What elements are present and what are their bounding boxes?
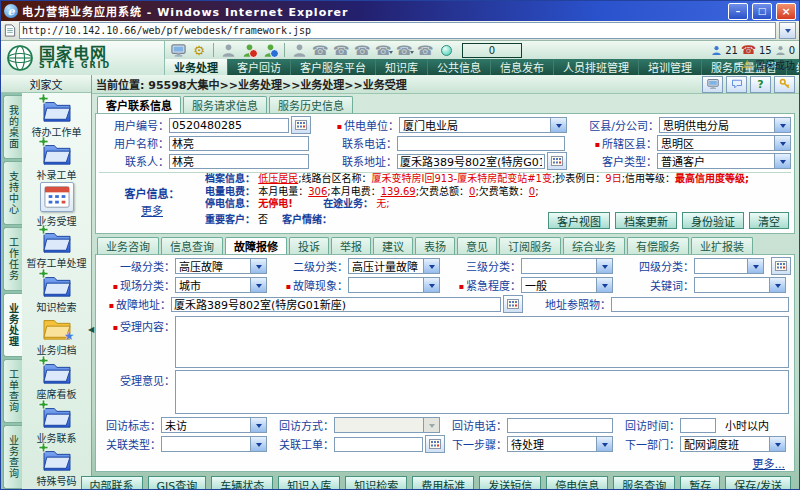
menu-tab-staff-scheduling[interactable]: 人员排班管理 (554, 59, 639, 75)
lookup-button[interactable] (547, 152, 567, 170)
clear-button[interactable]: 清空 (749, 212, 789, 229)
sidebar-tab-my-desktop[interactable]: 我的桌面 (3, 95, 22, 159)
call-conference-icon[interactable]: ☎ (353, 42, 371, 58)
scene-select[interactable]: 城市 (175, 277, 267, 293)
menu-tab-customer-service-platform[interactable]: 客户服务平台 (291, 59, 376, 75)
menu-tab-training[interactable]: 培训管理 (639, 59, 702, 75)
save-draft-button[interactable]: 暂存 (680, 476, 720, 490)
user-no-input[interactable] (169, 118, 289, 133)
landmark-input[interactable] (611, 297, 789, 312)
tab-paid-service[interactable]: 有偿服务 (627, 237, 689, 254)
county-select[interactable]: 思明区 (657, 135, 791, 151)
sidebar-tab-work-tasks[interactable]: 工作任务 (3, 227, 22, 291)
supply-unit-select[interactable]: 厦门电业局 (399, 117, 567, 133)
lookup-button[interactable] (771, 257, 791, 275)
sidebar-item-business-contact[interactable]: 业务联系 (22, 402, 91, 446)
sidebar-item-pending-workorders[interactable]: 待办工作单 (22, 96, 91, 140)
agent-busy-icon[interactable] (240, 42, 258, 58)
knowledge-add-button[interactable]: 知识入库 (278, 476, 340, 490)
hangup-icon[interactable]: ☎ (416, 42, 434, 58)
rel-type-select[interactable] (161, 436, 267, 452)
sidebar-item-business-archive[interactable]: ★ 业务归档 (22, 315, 91, 359)
address-dropdown-button[interactable] (779, 22, 796, 39)
tab-business-consult[interactable]: 业务咨询 (97, 237, 159, 254)
lookup-button[interactable] (503, 295, 523, 313)
ready-light-icon[interactable] (437, 42, 455, 58)
save-send-button[interactable]: 保存/发送 (725, 476, 791, 490)
sidebar-item-business-acceptance[interactable]: 业务受理 (22, 183, 91, 227)
customer-more-link[interactable]: 更多 (141, 202, 163, 218)
call-answer-icon[interactable]: ☎ (311, 42, 329, 58)
tab-expansion-install[interactable]: 业扩报装 (691, 237, 753, 254)
level2-select[interactable]: 高压计量故障 (348, 258, 440, 274)
sidebar-tab-business-processing[interactable]: 业务处理 (3, 293, 22, 357)
phenomenon-select[interactable] (348, 277, 440, 293)
tab-service-request-info[interactable]: 服务请求信息 (183, 96, 267, 113)
menu-tab-public-info[interactable]: 公共信息 (428, 59, 491, 75)
accept-opinion-textarea[interactable] (175, 370, 789, 414)
sidebar-tab-workorder-query[interactable]: 工单查询 (3, 359, 22, 423)
tab-comprehensive-business[interactable]: 综合业务 (563, 237, 625, 254)
lookup-button[interactable] (291, 116, 311, 134)
chat-tool-button[interactable] (726, 76, 747, 93)
more-fields-link[interactable]: 更多... (753, 455, 786, 469)
call-forward-icon[interactable]: ☎ (395, 42, 413, 58)
service-query-button[interactable]: 服务查询 (613, 476, 675, 490)
user-name-input[interactable] (169, 136, 309, 151)
next-dept-select[interactable]: 配网调度班 (680, 436, 786, 452)
computer-icon[interactable] (169, 42, 187, 58)
agent-away-icon[interactable] (261, 42, 279, 58)
lookup-button[interactable] (425, 435, 445, 453)
contact-phone-input[interactable] (397, 136, 565, 151)
accept-content-textarea[interactable] (175, 316, 789, 368)
tab-fault-repair[interactable]: 故障报修 (225, 237, 287, 254)
tab-subscribe-service[interactable]: 订阅服务 (499, 237, 561, 254)
tab-complaint[interactable]: 投诉 (289, 237, 329, 254)
level1-select[interactable]: 高压故障 (175, 258, 267, 274)
close-button[interactable] (776, 3, 796, 20)
outage-info-button[interactable]: 停电信息 (546, 476, 608, 490)
tab-praise[interactable]: 表扬 (415, 237, 455, 254)
identity-verify-button[interactable]: 身份验证 (682, 212, 744, 229)
tab-service-history-info[interactable]: 服务历史信息 (269, 96, 353, 113)
visit-time-input[interactable] (680, 418, 716, 433)
level4-select[interactable] (694, 258, 764, 274)
menu-tab-knowledge-base[interactable]: 知识库 (376, 59, 428, 75)
customer-view-button[interactable]: 客户视图 (548, 212, 610, 229)
visit-phone-input[interactable] (507, 418, 613, 433)
sidebar-item-agent-dashboard[interactable]: 座席看板 (22, 358, 91, 402)
tab-customer-contact-info[interactable]: 客户联系信息 (97, 96, 181, 113)
tab-report[interactable]: 举报 (331, 237, 371, 254)
fee-standard-button[interactable]: 费用标准 (412, 476, 474, 490)
screen-tool-button[interactable] (702, 76, 723, 93)
keyword-select[interactable] (694, 277, 786, 293)
address-input[interactable] (397, 154, 545, 169)
visit-flag-select[interactable]: 未访 (161, 417, 267, 433)
visit-mode-select[interactable] (334, 417, 440, 433)
sidebar-tab-support-center[interactable]: 支持中心 (3, 161, 22, 225)
team-icon[interactable] (290, 42, 308, 58)
internal-contact-button[interactable]: 内部联系 (81, 476, 143, 490)
minimize-button[interactable] (728, 3, 748, 20)
vehicle-status-button[interactable]: 车辆状态 (211, 476, 273, 490)
tab-info-query[interactable]: 信息查询 (161, 237, 223, 254)
call-transfer-icon[interactable]: ☎ (374, 42, 392, 58)
fault-address-input[interactable] (171, 297, 501, 312)
agent-desk-icon[interactable] (219, 42, 237, 58)
sidebar-tab-business-query[interactable]: 业务查询 (3, 425, 22, 489)
menu-tab-business-processing[interactable]: 业务处理 (165, 59, 228, 75)
maximize-button[interactable] (752, 3, 772, 20)
customer-type-select[interactable]: 普通客户 (657, 153, 791, 169)
sidebar-item-knowledge-search[interactable]: 知识检索 (22, 271, 91, 315)
archive-update-button[interactable]: 档案更新 (615, 212, 677, 229)
gis-query-button[interactable]: GIS查询 (148, 476, 207, 490)
send-sms-button[interactable]: 发送短信 (479, 476, 541, 490)
menu-tab-customer-callback[interactable]: 客户回访 (228, 59, 291, 75)
contact-input[interactable] (169, 154, 309, 169)
address-input[interactable] (20, 24, 775, 37)
help-tool-button[interactable]: ? (750, 76, 771, 93)
settings-gear-icon[interactable]: ⚙ (190, 42, 208, 58)
level3-select[interactable] (521, 258, 613, 274)
call-hold-icon[interactable]: ☎ (332, 42, 350, 58)
menu-tab-info-publish[interactable]: 信息发布 (491, 59, 554, 75)
